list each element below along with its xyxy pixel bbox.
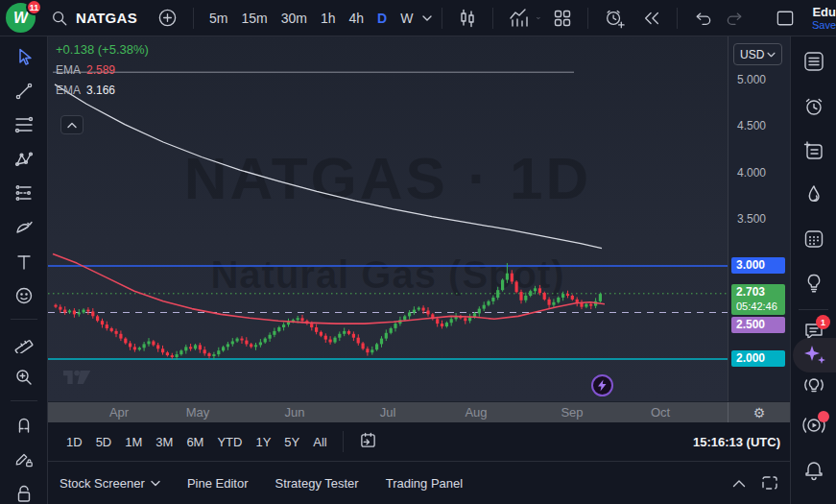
alert-clock-icon xyxy=(604,8,625,29)
calendar-button[interactable] xyxy=(791,228,836,251)
user-account[interactable]: Wealthy Edu Save xyxy=(811,5,836,31)
range-1m[interactable]: 1M xyxy=(118,431,149,453)
create-alert-button[interactable] xyxy=(597,3,632,34)
range-5d[interactable]: 5D xyxy=(89,431,119,453)
month-label: Apr xyxy=(109,405,129,420)
emoji-icon xyxy=(14,286,34,305)
axis-settings-cell[interactable]: ⚙ xyxy=(728,402,790,422)
alerts-button[interactable] xyxy=(791,95,836,118)
range-3m[interactable]: 3M xyxy=(149,431,179,453)
live-streams-button[interactable] xyxy=(791,413,836,438)
fullscreen-button[interactable] xyxy=(769,5,801,32)
interval-buttons: 5m 15m 30m 1h 4h D W xyxy=(203,7,433,30)
symbol-search[interactable]: NATGAS xyxy=(51,10,137,27)
month-label: Aug xyxy=(465,405,487,420)
app-logo[interactable]: W 11 xyxy=(6,3,36,33)
redo-button[interactable] xyxy=(719,5,752,32)
time-axis[interactable]: AprMayJunJulAugSepOct ⚙ xyxy=(48,401,790,422)
price-axis[interactable]: USD 5.0004.5004.0003.500 3.0002.70305:42… xyxy=(728,36,790,401)
goto-date-button[interactable] xyxy=(352,428,384,456)
indicators-chevron-icon[interactable] xyxy=(537,14,540,22)
layout-button[interactable] xyxy=(546,4,579,33)
compare-add-button[interactable] xyxy=(151,3,184,33)
gear-icon: ⚙ xyxy=(753,405,766,420)
streams-button[interactable] xyxy=(791,374,836,397)
interval-1w[interactable]: W xyxy=(394,7,419,30)
logo-letter: W xyxy=(13,10,28,27)
save-link[interactable]: Save xyxy=(812,19,836,31)
drawing-mode-lock-button[interactable] xyxy=(12,448,36,470)
chart-style-button[interactable] xyxy=(451,4,484,33)
spark-event-marker[interactable] xyxy=(591,374,613,396)
month-label: Jul xyxy=(380,405,396,420)
notes-button[interactable] xyxy=(791,139,836,162)
fib-retracement-tool-button[interactable] xyxy=(12,114,36,136)
lock-all-drawings-button[interactable] xyxy=(12,483,36,504)
month-label: May xyxy=(186,405,210,420)
tab-strategy-tester[interactable]: Strategy Tester xyxy=(275,476,358,491)
divider xyxy=(677,8,678,29)
ema-fast-row[interactable]: EMA2.589 xyxy=(56,63,149,77)
range-all[interactable]: All xyxy=(306,431,333,453)
chart-svg xyxy=(48,36,728,401)
undo-button[interactable] xyxy=(686,5,719,32)
indicators-button[interactable] xyxy=(502,4,537,33)
trend-line-tool-button[interactable] xyxy=(12,81,36,103)
sidebar-divider xyxy=(799,309,828,310)
currency-dropdown[interactable]: USD xyxy=(733,43,782,65)
date-range-toolbar: 1D 5D 1M 3M 6M YTD 1Y 5Y All 15:16:13 (U… xyxy=(48,422,790,462)
interval-4h[interactable]: 4h xyxy=(343,7,371,30)
chart-pane[interactable]: NATGAS · 1D Natural Gas (Spot) +0.138 (+… xyxy=(48,36,728,401)
cursor-icon xyxy=(14,47,34,66)
pencil-lock-icon xyxy=(14,449,34,468)
lightbulb-icon xyxy=(802,272,825,295)
text-tool-button[interactable] xyxy=(12,251,36,273)
replay-rewind-icon xyxy=(642,10,661,27)
range-5y[interactable]: 5Y xyxy=(277,431,306,453)
maximize-panel-icon[interactable] xyxy=(761,475,778,491)
notifications-button[interactable] xyxy=(791,459,836,482)
live-red-dot xyxy=(818,411,829,422)
divider xyxy=(442,8,442,29)
legend-collapse-button[interactable] xyxy=(60,115,84,134)
tradingview-watermark-logo[interactable] xyxy=(62,368,93,391)
chevron-down-icon[interactable] xyxy=(421,14,433,22)
journal-plus-icon xyxy=(802,139,825,162)
interval-1d[interactable]: D xyxy=(370,7,394,30)
interval-1h[interactable]: 1h xyxy=(314,7,343,30)
tab-trading-panel[interactable]: Trading Panel xyxy=(386,476,463,491)
tab-pine-editor[interactable]: Pine Editor xyxy=(187,476,249,491)
tab-stock-screener[interactable]: Stock Screener xyxy=(60,476,160,491)
hotlists-button[interactable] xyxy=(791,183,836,206)
interval-30m[interactable]: 30m xyxy=(275,7,314,30)
ideas-button[interactable] xyxy=(791,272,836,295)
measure-tool-button[interactable] xyxy=(12,332,36,354)
watchlist-icon xyxy=(802,50,825,73)
month-label: Jun xyxy=(285,405,305,420)
bar-replay-button[interactable] xyxy=(635,5,668,32)
range-1d[interactable]: 1D xyxy=(60,431,89,453)
ema-slow-row[interactable]: EMA3.166 xyxy=(56,84,149,97)
range-6m[interactable]: 6M xyxy=(179,431,210,453)
pattern-tool-button[interactable] xyxy=(12,149,36,171)
currency-label: USD xyxy=(740,48,764,61)
panel-expand-chevron-icon[interactable] xyxy=(732,479,746,488)
cursor-tool-button[interactable] xyxy=(12,46,36,68)
ai-assistant-button[interactable] xyxy=(793,338,836,372)
price-label: 2.70305:42:46 xyxy=(731,284,785,315)
magnet-mode-button[interactable] xyxy=(12,414,36,436)
prediction-tool-button[interactable] xyxy=(12,182,36,204)
tab-label: Stock Screener xyxy=(60,476,145,491)
interval-15m[interactable]: 15m xyxy=(234,7,274,30)
range-ytd[interactable]: YTD xyxy=(210,431,249,453)
utc-clock[interactable]: 15:16:13 (UTC) xyxy=(693,435,782,449)
chevron-down-icon xyxy=(767,52,776,58)
price-label: 3.000 xyxy=(731,257,785,274)
zoom-in-tool-button[interactable] xyxy=(12,367,36,389)
emoji-tool-button[interactable] xyxy=(12,285,36,307)
range-1y[interactable]: 1Y xyxy=(249,431,277,453)
interval-5m[interactable]: 5m xyxy=(203,7,234,30)
brush-tool-button[interactable] xyxy=(12,217,36,239)
watchlist-button[interactable] xyxy=(791,50,836,73)
month-label: Sep xyxy=(561,405,583,420)
